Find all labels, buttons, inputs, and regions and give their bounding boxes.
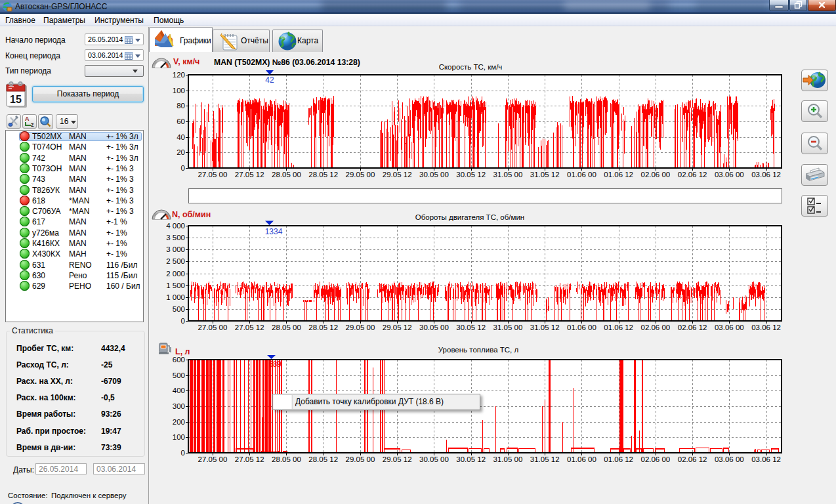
svg-text:z: z xyxy=(31,121,34,128)
svg-text:200: 200 xyxy=(173,418,185,426)
svg-text:27.05 00: 27.05 00 xyxy=(198,324,228,331)
svg-text:100: 100 xyxy=(173,87,185,94)
svg-text:03.06 00: 03.06 00 xyxy=(715,324,744,331)
svg-text:1 000: 1 000 xyxy=(166,293,185,301)
svg-text:0: 0 xyxy=(181,164,185,172)
svg-text:28.05 00: 28.05 00 xyxy=(272,455,301,463)
svg-text:0: 0 xyxy=(181,317,185,325)
svg-text:01.06 00: 01.06 00 xyxy=(567,324,596,331)
svg-text:1 500: 1 500 xyxy=(166,282,185,289)
svg-text:2 500: 2 500 xyxy=(166,257,185,265)
svg-text:02.06 12: 02.06 12 xyxy=(678,455,707,463)
svg-text:31.05 00: 31.05 00 xyxy=(493,324,523,331)
svg-text:29.05 00: 29.05 00 xyxy=(346,324,375,331)
svg-text:31.05 12: 31.05 12 xyxy=(530,455,560,463)
svg-text:27.05 12: 27.05 12 xyxy=(235,455,264,463)
svg-text:28.05 00: 28.05 00 xyxy=(272,171,301,178)
svg-text:02.06 12: 02.06 12 xyxy=(678,171,707,178)
svg-text:03.06 12: 03.06 12 xyxy=(751,455,781,463)
svg-text:30.05 00: 30.05 00 xyxy=(419,455,449,463)
svg-text:28.05 12: 28.05 12 xyxy=(308,455,338,463)
svg-text:600: 600 xyxy=(173,356,185,364)
svg-text:27.05 00: 27.05 00 xyxy=(198,171,228,178)
svg-text:400: 400 xyxy=(173,387,185,394)
svg-text:689: 689 xyxy=(268,360,282,369)
svg-text:40: 40 xyxy=(177,133,185,141)
svg-text:03.06 00: 03.06 00 xyxy=(715,171,744,178)
svg-text:02.06 00: 02.06 00 xyxy=(640,324,670,331)
svg-text:4 000: 4 000 xyxy=(166,222,185,230)
svg-text:20: 20 xyxy=(177,148,185,156)
svg-text:31.05 00: 31.05 00 xyxy=(493,171,523,178)
svg-text:500: 500 xyxy=(173,305,185,313)
svg-text:300: 300 xyxy=(173,402,185,410)
svg-text:42: 42 xyxy=(265,75,274,85)
svg-text:28.05 12: 28.05 12 xyxy=(308,171,338,178)
svg-text:2 000: 2 000 xyxy=(166,270,185,278)
svg-text:3 500: 3 500 xyxy=(166,234,185,242)
svg-text:01.06 00: 01.06 00 xyxy=(567,455,596,463)
svg-text:120: 120 xyxy=(173,71,185,79)
svg-text:01.06 00: 01.06 00 xyxy=(567,171,596,178)
svg-text:31.05 12: 31.05 12 xyxy=(530,171,560,178)
svg-text:29.05 00: 29.05 00 xyxy=(346,455,375,463)
svg-text:3 000: 3 000 xyxy=(166,245,185,253)
svg-text:80: 80 xyxy=(177,102,185,110)
svg-text:01.06 12: 01.06 12 xyxy=(604,324,633,331)
svg-text:28.05 12: 28.05 12 xyxy=(308,324,338,331)
svg-text:30.05 00: 30.05 00 xyxy=(419,324,449,331)
svg-text:28.05 00: 28.05 00 xyxy=(272,324,301,331)
svg-text:30.05 12: 30.05 12 xyxy=(456,171,486,178)
svg-text:30.05 00: 30.05 00 xyxy=(419,171,449,178)
svg-text:03.06 12: 03.06 12 xyxy=(751,171,781,178)
svg-text:500: 500 xyxy=(173,371,185,379)
svg-text:02.06 00: 02.06 00 xyxy=(640,455,670,463)
svg-text:03.06 12: 03.06 12 xyxy=(751,324,781,331)
svg-text:60: 60 xyxy=(177,117,185,125)
svg-text:31.05 12: 31.05 12 xyxy=(530,324,560,331)
svg-text:29.05 12: 29.05 12 xyxy=(383,455,412,463)
svg-text:15: 15 xyxy=(10,94,22,105)
svg-text:31.05 00: 31.05 00 xyxy=(493,455,523,463)
svg-text:100: 100 xyxy=(173,433,185,441)
svg-text:27.05 12: 27.05 12 xyxy=(235,171,264,178)
svg-text:29.05 12: 29.05 12 xyxy=(383,324,412,331)
svg-text:29.05 12: 29.05 12 xyxy=(383,171,412,178)
svg-text:27.05 12: 27.05 12 xyxy=(235,324,264,331)
svg-text:30.05 12: 30.05 12 xyxy=(456,455,486,463)
svg-text:30.05 12: 30.05 12 xyxy=(456,324,486,331)
svg-text:02.06 00: 02.06 00 xyxy=(640,171,670,178)
svg-text:29.05 00: 29.05 00 xyxy=(346,171,375,178)
svg-text:A: A xyxy=(25,116,30,122)
svg-text:27.05 00: 27.05 00 xyxy=(198,455,228,463)
svg-text:01.06 12: 01.06 12 xyxy=(604,171,633,178)
svg-text:03.06 00: 03.06 00 xyxy=(715,455,744,463)
svg-text:1334: 1334 xyxy=(265,227,283,236)
svg-text:01.06 12: 01.06 12 xyxy=(604,455,633,463)
svg-text:0: 0 xyxy=(181,449,185,457)
svg-text:02.06 12: 02.06 12 xyxy=(678,324,707,331)
